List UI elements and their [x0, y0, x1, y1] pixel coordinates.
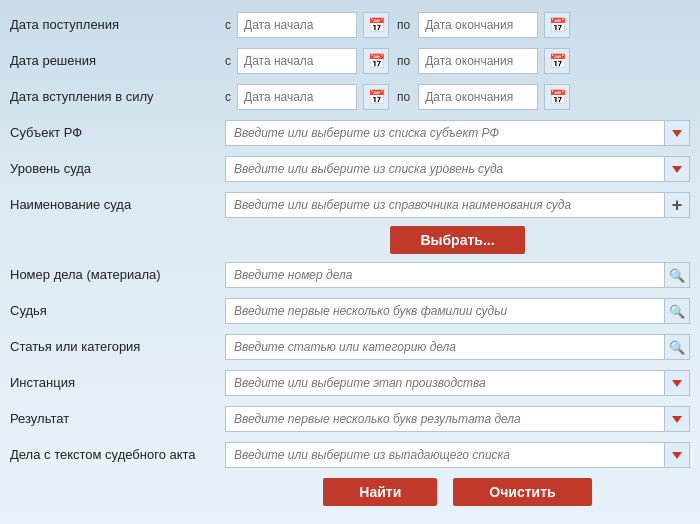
subject-rf-row: Субъект РФ — [10, 118, 690, 148]
article-category-label: Статья или категория — [10, 339, 225, 356]
judge-row: Судья 🔍 — [10, 296, 690, 326]
judge-search-btn[interactable]: 🔍 — [664, 298, 690, 324]
case-number-label: Номер дела (материала) — [10, 267, 225, 284]
date-force-start-calendar-icon[interactable]: 📅 — [363, 84, 389, 110]
subject-rf-label: Субъект РФ — [10, 125, 225, 142]
from-prefix-1: с — [225, 18, 231, 32]
to-prefix-3: по — [397, 90, 410, 104]
date-receipt-end-calendar-icon[interactable]: 📅 — [544, 12, 570, 38]
case-number-field-group: 🔍 — [225, 262, 690, 288]
result-field-group — [225, 406, 690, 432]
choose-btn-row: Выбрать... — [225, 226, 690, 254]
case-number-row: Номер дела (материала) 🔍 — [10, 260, 690, 290]
cases-with-text-dropdown-btn[interactable] — [664, 442, 690, 468]
chevron-down-icon — [672, 380, 682, 387]
judge-label: Судья — [10, 303, 225, 320]
article-category-row: Статья или категория 🔍 — [10, 332, 690, 362]
date-force-group: с 📅 по 📅 — [225, 84, 690, 110]
date-receipt-start[interactable] — [237, 12, 357, 38]
date-receipt-label: Дата поступления — [10, 17, 225, 34]
article-category-field-group: 🔍 — [225, 334, 690, 360]
date-decision-label: Дата решения — [10, 53, 225, 70]
cases-with-text-row: Дела с текстом судебного акта — [10, 440, 690, 470]
to-prefix-2: по — [397, 54, 410, 68]
date-decision-start[interactable] — [237, 48, 357, 74]
cases-with-text-label: Дела с текстом судебного акта — [10, 447, 225, 464]
date-decision-end-calendar-icon[interactable]: 📅 — [544, 48, 570, 74]
result-dropdown-btn[interactable] — [664, 406, 690, 432]
court-name-add-btn[interactable]: + — [664, 192, 690, 218]
court-level-label: Уровень суда — [10, 161, 225, 178]
find-button[interactable]: Найти — [323, 478, 437, 506]
court-level-dropdown-btn[interactable] — [664, 156, 690, 182]
date-force-row: Дата вступления в силу с 📅 по 📅 — [10, 82, 690, 112]
instance-row: Инстанция — [10, 368, 690, 398]
from-prefix-2: с — [225, 54, 231, 68]
article-category-search-btn[interactable]: 🔍 — [664, 334, 690, 360]
court-level-input[interactable] — [225, 156, 664, 182]
date-force-end[interactable] — [418, 84, 538, 110]
date-receipt-group: с 📅 по 📅 — [225, 12, 690, 38]
date-decision-end[interactable] — [418, 48, 538, 74]
case-number-search-btn[interactable]: 🔍 — [664, 262, 690, 288]
subject-rf-input[interactable] — [225, 120, 664, 146]
court-name-field-group: + — [225, 192, 690, 218]
chevron-down-icon — [672, 452, 682, 459]
result-label: Результат — [10, 411, 225, 428]
chevron-down-icon — [672, 130, 682, 137]
chevron-down-icon — [672, 416, 682, 423]
result-row: Результат — [10, 404, 690, 434]
cases-with-text-field-group — [225, 442, 690, 468]
chevron-down-icon — [672, 166, 682, 173]
subject-rf-field-group — [225, 120, 690, 146]
court-name-label: Наименование суда — [10, 197, 225, 214]
judge-input[interactable] — [225, 298, 664, 324]
date-decision-group: с 📅 по 📅 — [225, 48, 690, 74]
date-decision-start-calendar-icon[interactable]: 📅 — [363, 48, 389, 74]
instance-input[interactable] — [225, 370, 664, 396]
court-name-row: Наименование суда + — [10, 190, 690, 220]
subject-rf-dropdown-btn[interactable] — [664, 120, 690, 146]
date-receipt-row: Дата поступления с 📅 по 📅 — [10, 10, 690, 40]
result-input[interactable] — [225, 406, 664, 432]
from-prefix-3: с — [225, 90, 231, 104]
court-level-row: Уровень суда — [10, 154, 690, 184]
date-force-end-calendar-icon[interactable]: 📅 — [544, 84, 570, 110]
instance-dropdown-btn[interactable] — [664, 370, 690, 396]
court-name-input[interactable] — [225, 192, 664, 218]
bottom-buttons: Найти Очистить — [225, 478, 690, 506]
instance-label: Инстанция — [10, 375, 225, 392]
to-prefix-1: по — [397, 18, 410, 32]
date-receipt-end[interactable] — [418, 12, 538, 38]
article-category-input[interactable] — [225, 334, 664, 360]
date-force-label: Дата вступления в силу — [10, 89, 225, 106]
choose-button[interactable]: Выбрать... — [390, 226, 524, 254]
instance-field-group — [225, 370, 690, 396]
date-decision-row: Дата решения с 📅 по 📅 — [10, 46, 690, 76]
case-number-input[interactable] — [225, 262, 664, 288]
clear-button[interactable]: Очистить — [453, 478, 591, 506]
date-force-start[interactable] — [237, 84, 357, 110]
judge-field-group: 🔍 — [225, 298, 690, 324]
court-level-field-group — [225, 156, 690, 182]
search-form: Дата поступления с 📅 по 📅 Дата решения с… — [0, 0, 700, 520]
cases-with-text-input[interactable] — [225, 442, 664, 468]
date-receipt-start-calendar-icon[interactable]: 📅 — [363, 12, 389, 38]
